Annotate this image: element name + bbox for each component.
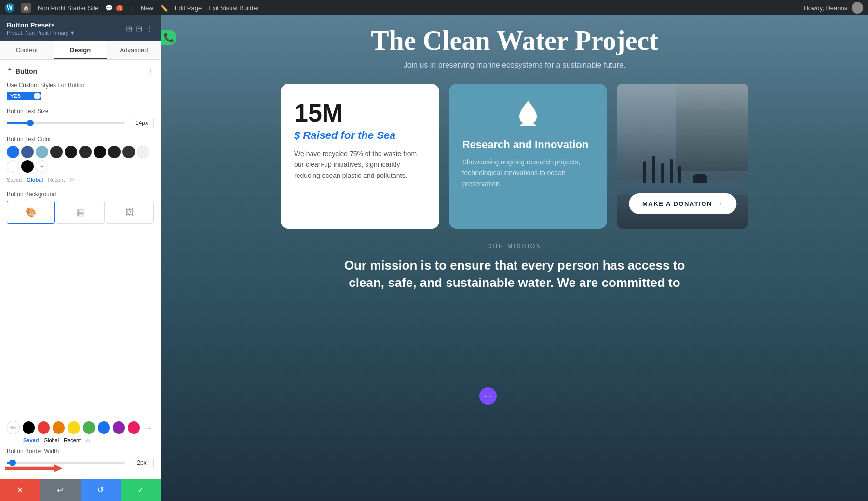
- palette-more-btn[interactable]: ···: [143, 423, 154, 433]
- card-image: MAKE A DONATION →: [617, 84, 748, 229]
- bottom-palette: ✏ ··· Saved Global Recent ⚙ Button: [0, 416, 161, 479]
- palette-row: ✏ ···: [7, 421, 154, 434]
- swatch-dark3[interactable]: [79, 146, 92, 158]
- bg-color-tab[interactable]: 🎨: [7, 201, 55, 224]
- color-settings-icon[interactable]: ⚙: [69, 176, 75, 183]
- panel-subtitle: Preset: Non Profit Primary ▼: [7, 30, 75, 36]
- undo-button[interactable]: ↩: [40, 479, 80, 501]
- palette-pink[interactable]: [128, 421, 140, 434]
- color-saved[interactable]: Saved: [7, 177, 22, 183]
- palette-recent[interactable]: Recent: [64, 437, 81, 444]
- card-stat-label: $ Raised for the Sea: [294, 129, 426, 142]
- donation-button[interactable]: MAKE A DONATION →: [629, 193, 736, 214]
- palette-purple[interactable]: [113, 421, 125, 434]
- swatch-dark2[interactable]: [65, 146, 77, 158]
- section-more-icon[interactable]: ⋮: [147, 68, 154, 75]
- add-color-btn[interactable]: +: [36, 160, 48, 173]
- bg-field: Button Background 🎨 ▦ 🖼: [7, 191, 154, 224]
- color-global[interactable]: Global: [27, 177, 43, 183]
- swatch-dark4[interactable]: [94, 146, 106, 158]
- donation-label: MAKE A DONATION: [642, 200, 712, 207]
- panel-fullscreen-btn[interactable]: ⊞: [126, 24, 132, 33]
- new-link[interactable]: New: [141, 4, 153, 12]
- border-width-field: Button Border Width 2px: [7, 448, 154, 468]
- swatch-dark1[interactable]: [50, 146, 63, 158]
- bg-gradient-tab[interactable]: ▦: [56, 201, 104, 224]
- text-size-value[interactable]: 14px: [130, 118, 154, 128]
- palette-blue[interactable]: [98, 421, 110, 434]
- bg-image-tab[interactable]: 🖼: [106, 201, 154, 224]
- redo-button[interactable]: ↺: [81, 479, 121, 501]
- left-panel: Button Presets Preset: Non Profit Primar…: [0, 15, 161, 501]
- section-title: ⌃ Button: [7, 68, 37, 75]
- page-content: 📞 The Clean Water Project Join us in pre…: [161, 15, 868, 501]
- toggle-label: Use Custom Styles For Button: [7, 82, 154, 89]
- text-size-slider-thumb[interactable]: [27, 120, 34, 126]
- border-width-label: Button Border Width: [7, 448, 154, 455]
- site-name[interactable]: Non Profit Starter Site: [38, 4, 98, 12]
- swatch-dark6[interactable]: [122, 146, 135, 158]
- swatch-dark5[interactable]: [108, 146, 121, 158]
- swatch-white[interactable]: [7, 160, 19, 173]
- border-slider-track[interactable]: [7, 462, 125, 464]
- save-button[interactable]: ✓: [121, 479, 161, 501]
- palette-preview-icon: ✏: [10, 423, 16, 433]
- wp-logo[interactable]: W: [5, 3, 14, 13]
- custom-styles-toggle[interactable]: YES: [7, 92, 41, 100]
- palette-meta: Saved Global Recent ⚙: [7, 437, 154, 444]
- tab-design[interactable]: Design: [54, 41, 107, 59]
- swatch-steel[interactable]: [36, 146, 48, 158]
- swatch-blue[interactable]: [7, 146, 19, 158]
- collapse-icon[interactable]: ⌃: [7, 68, 13, 75]
- card-research-text: Showcasing ongoing research projects, te…: [462, 157, 594, 189]
- image-icon: 🖼: [125, 207, 134, 217]
- tab-content[interactable]: Content: [0, 41, 54, 59]
- text-size-slider-track[interactable]: [7, 122, 125, 124]
- border-value[interactable]: 2px: [130, 458, 154, 468]
- comment-icon[interactable]: 💬 0: [105, 4, 123, 12]
- swatch-black-circle[interactable]: [21, 160, 34, 173]
- panel-menu-btn[interactable]: ⋮: [146, 24, 154, 33]
- section-header: ⌃ Button ⋮: [7, 68, 154, 75]
- palette-red[interactable]: [38, 421, 50, 434]
- cancel-button[interactable]: ✕: [0, 479, 40, 501]
- palette-settings-icon[interactable]: ⚙: [85, 437, 91, 444]
- toggle-slider[interactable]: [24, 92, 41, 100]
- swatch-navy[interactable]: [21, 146, 34, 158]
- edit-icon: ✏️: [160, 4, 168, 12]
- exit-builder-link[interactable]: Exit Visual Builder: [208, 4, 259, 12]
- howdy-text: Howdy, Deanna: [803, 4, 848, 12]
- floating-action-btn[interactable]: 📞: [161, 30, 176, 45]
- color-meta: Saved Global Recent ⚙: [7, 176, 154, 183]
- panel-tabs: Content Design Advanced: [0, 41, 161, 60]
- palette-yellow[interactable]: [68, 421, 80, 434]
- panel-header: Button Presets Preset: Non Profit Primar…: [0, 15, 161, 41]
- swatch-light[interactable]: [137, 146, 149, 158]
- palette-orange[interactable]: [53, 421, 65, 434]
- action-bar: ✕ ↩ ↺ ✓: [0, 479, 161, 501]
- tab-advanced[interactable]: Advanced: [107, 41, 161, 59]
- card-research-title: Research and Innovation: [462, 138, 594, 151]
- palette-black[interactable]: [23, 421, 35, 434]
- card-stat: 15M $ Raised for the Sea We have recycle…: [281, 84, 439, 229]
- color-recent[interactable]: Recent: [48, 177, 65, 183]
- text-color-field: Button Text Color + S: [7, 136, 154, 183]
- border-slider-thumb[interactable]: [9, 460, 16, 466]
- edit-page-link[interactable]: Edit Page: [175, 4, 202, 12]
- panel-split-btn[interactable]: ⊟: [136, 24, 142, 33]
- water-drop-icon: [462, 98, 594, 132]
- text-size-label: Button Text Size: [7, 108, 154, 115]
- top-bar: W 🏠 Non Profit Starter Site 💬 0 + New ✏️…: [0, 0, 868, 15]
- page-subtitle: Join us in preserving marine ecosystems …: [404, 61, 626, 69]
- mission-section: OUR MISSION Our mission is to ensure tha…: [307, 229, 722, 292]
- color-swatches: +: [7, 146, 154, 173]
- mission-label: OUR MISSION: [336, 243, 693, 250]
- palette-green[interactable]: [83, 421, 95, 434]
- panel-content: ⌃ Button ⋮ Use Custom Styles For Button …: [0, 60, 161, 416]
- palette-global[interactable]: Global: [43, 437, 59, 444]
- donation-arrow: →: [716, 200, 723, 207]
- chat-bubble[interactable]: ···: [479, 387, 497, 405]
- user-avatar[interactable]: [852, 2, 863, 14]
- palette-preview-btn[interactable]: ✏: [7, 421, 20, 434]
- palette-saved[interactable]: Saved: [23, 437, 39, 444]
